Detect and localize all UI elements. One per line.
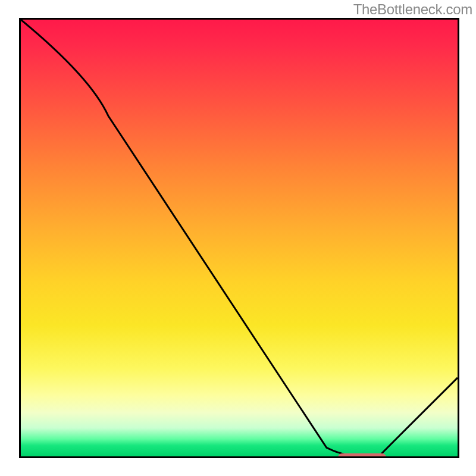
bottleneck-curve xyxy=(21,20,458,456)
plot-area xyxy=(19,18,459,458)
watermark-text: TheBottleneck.com xyxy=(353,1,472,18)
optimal-marker xyxy=(338,453,386,458)
curve-path xyxy=(21,20,458,456)
chart-container: TheBottleneck.com xyxy=(0,0,476,476)
